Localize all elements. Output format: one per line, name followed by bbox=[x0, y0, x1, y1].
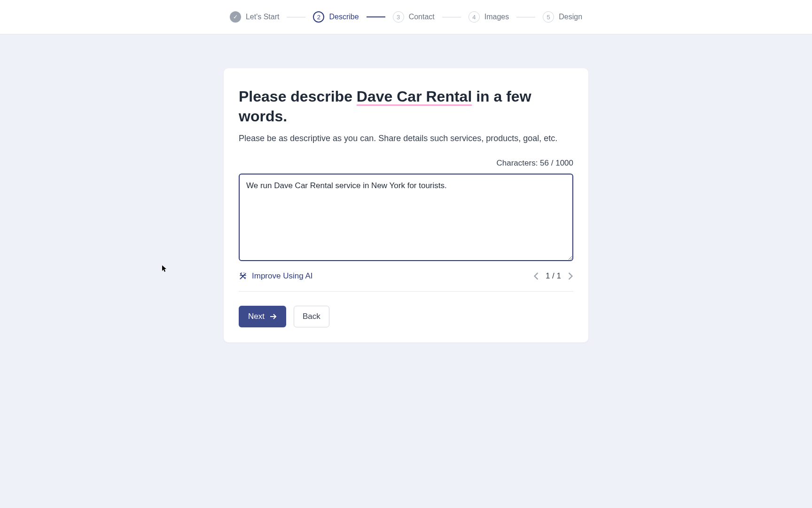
step-lets-start[interactable]: ✓ Let's Start bbox=[230, 11, 280, 23]
back-label: Back bbox=[303, 312, 320, 321]
char-count-label: Characters: bbox=[497, 159, 540, 167]
step-contact[interactable]: 3 Contact bbox=[393, 11, 435, 23]
step-connector bbox=[367, 16, 385, 17]
pagination: 1 / 1 bbox=[533, 271, 573, 281]
next-label: Next bbox=[248, 312, 265, 321]
step-number: 4 bbox=[472, 14, 476, 21]
back-button[interactable]: Back bbox=[294, 306, 329, 327]
checkmark-icon: ✓ bbox=[233, 14, 238, 20]
button-row: Next Back bbox=[239, 306, 573, 327]
char-count: Characters: 56 / 1000 bbox=[239, 159, 573, 168]
main-content: Please describe Dave Car Rental in a few… bbox=[0, 34, 812, 342]
arrow-right-icon bbox=[269, 313, 277, 320]
step-circle-upcoming: 4 bbox=[468, 11, 480, 23]
chevron-left-icon[interactable] bbox=[533, 272, 539, 280]
step-circle-active: 2 bbox=[313, 11, 324, 23]
step-connector bbox=[516, 17, 535, 17]
step-label: Describe bbox=[329, 13, 359, 21]
wand-icon bbox=[239, 272, 247, 280]
stepper: ✓ Let's Start 2 Describe 3 Contact 4 Ima… bbox=[230, 11, 582, 23]
step-design[interactable]: 5 Design bbox=[543, 11, 582, 23]
improve-ai-button[interactable]: Improve Using AI bbox=[239, 271, 312, 281]
chevron-right-icon[interactable] bbox=[568, 272, 573, 280]
stepper-header: ✓ Let's Start 2 Describe 3 Contact 4 Ima… bbox=[0, 0, 812, 34]
step-label: Design bbox=[559, 13, 582, 21]
step-number: 2 bbox=[317, 14, 320, 21]
step-label: Let's Start bbox=[246, 13, 280, 21]
subtitle: Please be as descriptive as you can. Sha… bbox=[239, 134, 573, 143]
next-button[interactable]: Next bbox=[239, 306, 286, 327]
step-number: 5 bbox=[547, 14, 550, 21]
step-connector bbox=[442, 17, 461, 17]
step-number: 3 bbox=[397, 14, 400, 21]
step-circle-upcoming: 3 bbox=[393, 11, 404, 23]
pagination-text: 1 / 1 bbox=[546, 271, 561, 281]
step-label: Images bbox=[484, 13, 509, 21]
step-connector bbox=[287, 17, 305, 17]
description-textarea[interactable] bbox=[239, 174, 573, 261]
title-highlight: Dave Car Rental bbox=[357, 88, 472, 105]
step-label: Contact bbox=[409, 13, 435, 21]
improve-ai-label: Improve Using AI bbox=[252, 271, 312, 281]
title-prefix: Please describe bbox=[239, 88, 357, 105]
char-count-value: 56 / 1000 bbox=[540, 159, 573, 167]
step-circle-completed: ✓ bbox=[230, 11, 241, 23]
step-circle-upcoming: 5 bbox=[543, 11, 554, 23]
describe-card: Please describe Dave Car Rental in a few… bbox=[224, 68, 588, 342]
page-title: Please describe Dave Car Rental in a few… bbox=[239, 87, 573, 126]
ai-row: Improve Using AI 1 / 1 bbox=[239, 271, 573, 292]
step-describe[interactable]: 2 Describe bbox=[313, 11, 359, 23]
step-images[interactable]: 4 Images bbox=[468, 11, 509, 23]
